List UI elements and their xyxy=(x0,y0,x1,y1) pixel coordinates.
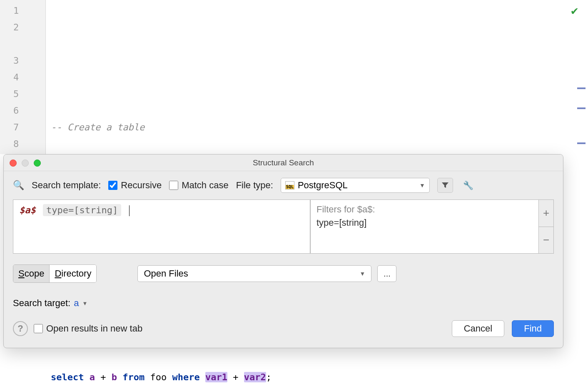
wrench-icon[interactable]: 🔧 xyxy=(461,178,476,193)
titlebar[interactable]: Structural Search xyxy=(4,155,563,171)
minimap-marker xyxy=(577,87,586,89)
template-input[interactable]: $a$ type=[string] xyxy=(13,199,310,254)
line-number: 7 xyxy=(0,119,45,136)
file-type-value: PostgreSQL xyxy=(298,180,419,191)
close-icon[interactable] xyxy=(10,160,17,167)
scope-row: Scope Directory Open Files ▼ ... xyxy=(4,254,563,287)
minimap-marker xyxy=(577,142,586,144)
search-target-row[interactable]: Search target: a ▼ xyxy=(4,287,563,313)
add-filter-button[interactable]: + xyxy=(539,200,553,227)
browse-button[interactable]: ... xyxy=(377,265,396,282)
find-button[interactable]: Find xyxy=(512,320,554,337)
template-hint: type=[string] xyxy=(43,204,121,216)
search-target-value: a xyxy=(74,298,79,309)
scope-value: Open Files xyxy=(144,268,188,279)
remove-filter-button[interactable]: − xyxy=(539,227,553,254)
filter-side-buttons: + − xyxy=(539,199,554,254)
minimap-marker xyxy=(577,107,586,109)
line-number: 1 xyxy=(0,2,45,19)
directory-button[interactable]: Directory xyxy=(49,265,96,282)
recursive-label: Recursive xyxy=(121,180,162,191)
maximize-icon[interactable] xyxy=(34,160,41,167)
template-variable: $a$ xyxy=(19,205,36,215)
chevron-down-icon: ▼ xyxy=(82,300,87,307)
match-case-label: Match case xyxy=(182,180,229,191)
chevron-down-icon: ▼ xyxy=(419,182,425,189)
window-controls xyxy=(10,160,41,167)
line-number: 8 xyxy=(0,136,45,152)
match-case-checkbox[interactable]: Match case xyxy=(169,180,229,191)
gutter: 1 2 3 4 5 6 7 8 xyxy=(0,0,46,154)
filter-icon[interactable] xyxy=(437,178,453,193)
match-case-input[interactable] xyxy=(169,181,178,190)
filters-panel: Filters for $a$: type=[string] xyxy=(310,199,539,254)
line-number: 6 xyxy=(0,102,45,119)
dialog-footer: ? Open results in new tab Cancel Find xyxy=(4,313,563,348)
dialog-title: Structural Search xyxy=(4,155,563,171)
line-number: 4 xyxy=(0,69,45,86)
chevron-down-icon: ▼ xyxy=(360,270,366,277)
open-new-tab-input[interactable] xyxy=(34,324,43,333)
filters-value: type=[string] xyxy=(316,217,533,228)
file-type-label: File type: xyxy=(236,180,273,191)
toolbar: 🔍 Search template: Recursive Match case … xyxy=(4,171,563,199)
search-template-label: Search template: xyxy=(32,180,101,191)
scope-dropdown[interactable]: Open Files ▼ xyxy=(137,265,371,282)
search-icon: 🔍 xyxy=(13,180,24,191)
open-new-tab-checkbox[interactable]: Open results in new tab xyxy=(34,323,142,334)
open-new-tab-label: Open results in new tab xyxy=(46,323,142,334)
filters-label: Filters for $a$: xyxy=(316,204,533,215)
cancel-button[interactable]: Cancel xyxy=(452,320,504,337)
text-cursor xyxy=(129,205,130,216)
sql-file-icon: SQL xyxy=(285,181,294,190)
line-number: 3 xyxy=(0,52,45,69)
scope-directory-toggle[interactable]: Scope Directory xyxy=(13,264,97,283)
file-type-dropdown[interactable]: SQL PostgreSQL ▼ xyxy=(281,178,430,193)
code-editor[interactable]: 1 2 3 4 5 6 7 8 ✔ -- Create a table crea… xyxy=(0,0,588,154)
recursive-checkbox[interactable]: Recursive xyxy=(108,180,162,191)
line-number: 2 xyxy=(0,19,45,36)
panes: $a$ type=[string] Filters for $a$: type=… xyxy=(4,199,563,254)
search-target-label: Search target: xyxy=(13,298,70,309)
recursive-input[interactable] xyxy=(108,181,117,190)
help-button[interactable]: ? xyxy=(13,321,28,336)
minimize-icon xyxy=(22,160,29,167)
code-area[interactable]: ✔ -- Create a table create table foo (a … xyxy=(46,0,588,154)
line-number: 5 xyxy=(0,86,45,102)
comment: -- Create a table xyxy=(51,122,145,132)
check-icon: ✔ xyxy=(571,2,578,19)
structural-search-dialog: Structural Search 🔍 Search template: Rec… xyxy=(3,154,563,348)
scope-button[interactable]: Scope xyxy=(13,265,49,282)
